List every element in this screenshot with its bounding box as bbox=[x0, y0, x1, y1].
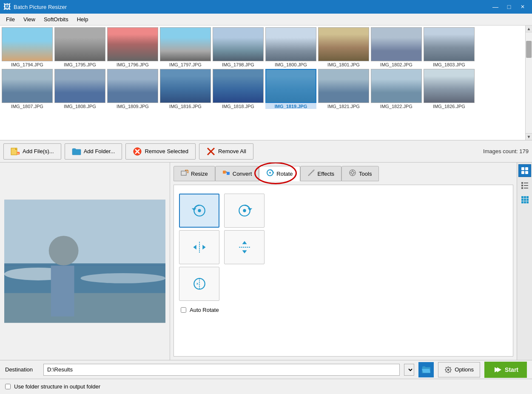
scroll-track[interactable] bbox=[526, 32, 532, 133]
svg-rect-51 bbox=[525, 167, 528, 170]
thumbnail-label: IMG_1807.JPG bbox=[11, 104, 43, 109]
svg-text:×: × bbox=[196, 282, 198, 286]
sidebar-list-view[interactable] bbox=[518, 179, 531, 191]
sidebar bbox=[517, 163, 532, 360]
right-panel: Resize Convert bbox=[170, 163, 517, 360]
thumbnail-image bbox=[160, 27, 211, 61]
destination-browse-button[interactable] bbox=[418, 362, 434, 377]
folder-structure-checkbox[interactable] bbox=[5, 384, 11, 389]
svg-rect-67 bbox=[524, 201, 526, 203]
thumbnail-item[interactable]: IMG_1808.JPG bbox=[54, 69, 105, 109]
tab-resize[interactable]: Resize bbox=[174, 166, 215, 181]
grid-icon bbox=[521, 196, 529, 203]
scroll-down-button[interactable]: ▼ bbox=[526, 133, 532, 140]
thumbnail-item[interactable]: IMG_1807.JPG bbox=[2, 69, 53, 109]
rotate-180-button[interactable]: × bbox=[179, 267, 219, 301]
svg-rect-55 bbox=[524, 183, 528, 183]
auto-rotate-checkbox[interactable] bbox=[181, 307, 186, 313]
thumbnail-item[interactable]: IMG_1826.JPG bbox=[424, 69, 475, 109]
thumbnail-image bbox=[107, 69, 158, 103]
thumbnail-label: IMG_1803.JPG bbox=[433, 62, 465, 67]
svg-rect-58 bbox=[521, 187, 523, 189]
rotate-ccw-button[interactable] bbox=[179, 194, 219, 228]
add-folder-svg bbox=[72, 148, 81, 155]
menu-view[interactable]: View bbox=[19, 14, 40, 24]
menu-help[interactable]: Help bbox=[73, 14, 93, 24]
titlebar: 🖼 Batch Picture Resizer — □ ✕ bbox=[0, 0, 532, 14]
menu-file[interactable]: File bbox=[2, 14, 19, 24]
thumbnail-image bbox=[318, 27, 369, 61]
svg-rect-13 bbox=[4, 293, 165, 323]
thumbnail-item-selected[interactable]: IMG_1819.JPG bbox=[265, 69, 316, 109]
svg-rect-62 bbox=[526, 196, 529, 198]
auto-rotate-label[interactable]: Auto Rotate bbox=[190, 307, 219, 313]
sidebar-thumbnails-view[interactable] bbox=[518, 164, 531, 177]
tab-convert[interactable]: Convert bbox=[215, 166, 259, 181]
thumbnail-item[interactable]: IMG_1822.JPG bbox=[371, 69, 422, 109]
scroll-thumb[interactable] bbox=[526, 41, 532, 58]
remove-all-button[interactable]: Remove All bbox=[199, 143, 253, 160]
images-count-label: Images count: bbox=[483, 148, 518, 154]
effects-svg bbox=[307, 169, 315, 177]
thumbnail-area: IMG_1794.JPG IMG_1795.JPG IMG_1796.JPG I… bbox=[0, 26, 532, 140]
start-icon bbox=[493, 365, 501, 374]
thumbnail-item[interactable]: IMG_1801.JPG bbox=[318, 27, 369, 67]
svg-point-30 bbox=[351, 171, 354, 174]
svg-line-78 bbox=[446, 371, 447, 372]
svg-point-24 bbox=[269, 172, 271, 174]
thumbnail-item[interactable]: IMG_1794.JPG bbox=[2, 27, 53, 67]
svg-point-27 bbox=[309, 174, 310, 175]
thumbnail-scroll[interactable]: IMG_1794.JPG IMG_1795.JPG IMG_1796.JPG I… bbox=[0, 26, 532, 140]
thumbnail-image bbox=[54, 27, 105, 61]
maximize-button[interactable]: □ bbox=[503, 1, 515, 13]
app-icon: 🖼 bbox=[3, 3, 11, 11]
folder-structure-label[interactable]: Use folder structure in output folder bbox=[14, 383, 100, 390]
flip-horizontal-button[interactable] bbox=[179, 230, 219, 264]
vertical-scrollbar[interactable]: ▲ ▼ bbox=[525, 26, 532, 140]
thumbnail-item[interactable]: IMG_1800.JPG bbox=[265, 27, 316, 67]
destination-input[interactable] bbox=[43, 364, 400, 376]
rotate-panel: × Auto Rotate bbox=[174, 185, 513, 357]
close-button[interactable]: ✕ bbox=[517, 1, 529, 13]
add-folder-button[interactable]: Add Folder... bbox=[65, 143, 122, 160]
scroll-up-button[interactable]: ▲ bbox=[526, 26, 532, 32]
start-button[interactable]: Start bbox=[484, 362, 527, 378]
thumbnail-item[interactable]: IMG_1797.JPG bbox=[160, 27, 211, 67]
options-button[interactable]: Options bbox=[438, 362, 480, 377]
svg-rect-66 bbox=[521, 201, 523, 203]
sidebar-grid-view[interactable] bbox=[518, 193, 531, 206]
svg-rect-50 bbox=[521, 167, 524, 170]
tab-tools-label: Tools bbox=[359, 171, 372, 177]
minimize-button[interactable]: — bbox=[489, 1, 501, 13]
add-files-button[interactable]: + Add File(s)... bbox=[3, 143, 61, 160]
thumbnail-item[interactable]: IMG_1796.JPG bbox=[107, 27, 158, 67]
svg-rect-64 bbox=[524, 199, 526, 201]
tab-rotate[interactable]: Rotate bbox=[259, 166, 300, 181]
thumbnail-item[interactable]: IMG_1809.JPG bbox=[107, 69, 158, 109]
thumbnail-label: IMG_1796.JPG bbox=[117, 62, 149, 67]
svg-line-76 bbox=[450, 371, 451, 372]
app-title: Batch Picture Resizer bbox=[14, 4, 67, 10]
tab-tools[interactable]: Tools bbox=[341, 166, 379, 181]
destination-dropdown[interactable]: ▼ bbox=[404, 364, 414, 376]
rotate-cw-button[interactable] bbox=[224, 194, 265, 228]
thumbnail-item[interactable]: IMG_1821.JPG bbox=[318, 69, 369, 109]
thumbnail-item[interactable]: IMG_1795.JPG bbox=[54, 27, 105, 67]
menu-softorbits[interactable]: SoftOrbits bbox=[40, 14, 73, 24]
thumbnail-image bbox=[107, 27, 158, 61]
remove-selected-label: Remove Selected bbox=[145, 148, 188, 154]
svg-marker-45 bbox=[242, 241, 247, 244]
remove-selected-button[interactable]: Remove Selected bbox=[125, 143, 196, 160]
thumbnail-item[interactable]: IMG_1816.JPG bbox=[160, 69, 211, 109]
thumbnail-image bbox=[2, 27, 53, 61]
images-count: Images count: 179 bbox=[483, 148, 529, 154]
thumbnail-image bbox=[265, 69, 316, 103]
thumbnail-item[interactable]: IMG_1802.JPG bbox=[371, 27, 422, 67]
selection-overlay bbox=[266, 70, 316, 102]
tab-effects[interactable]: Effects bbox=[300, 166, 342, 181]
thumbnail-item[interactable]: IMG_1818.JPG bbox=[213, 69, 264, 109]
thumbnail-item[interactable]: IMG_1798.JPG bbox=[213, 27, 264, 67]
thumbnail-item[interactable]: IMG_1803.JPG bbox=[424, 27, 475, 67]
svg-rect-61 bbox=[524, 196, 526, 198]
flip-vertical-button[interactable] bbox=[224, 230, 265, 264]
